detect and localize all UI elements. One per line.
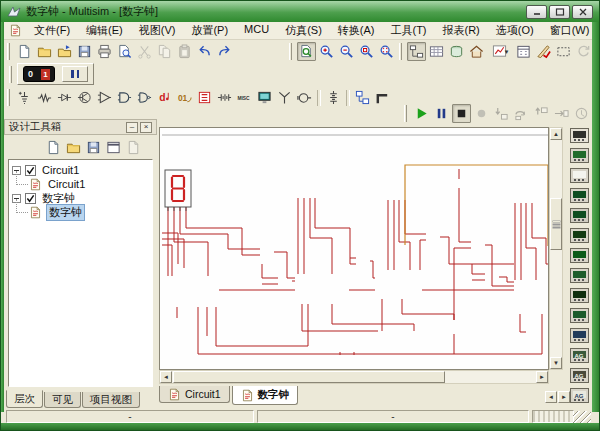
place-power-icon[interactable] xyxy=(215,88,234,107)
place-advanced-peripherals-icon[interactable] xyxy=(255,88,274,107)
step-into-icon[interactable] xyxy=(492,104,511,123)
zoom-full-page-icon[interactable] xyxy=(297,42,316,61)
function-generator-icon[interactable] xyxy=(570,148,589,163)
menu-item-tools[interactable]: 工具(T) xyxy=(382,22,434,39)
sheet-tab-数字钟[interactable]: 数字钟 xyxy=(232,386,299,405)
scroll-right-button[interactable]: ► xyxy=(536,371,548,383)
step-over-icon[interactable] xyxy=(512,104,531,123)
grapher-icon[interactable]: ▾ xyxy=(487,42,513,61)
frequency-counter-icon[interactable] xyxy=(570,248,589,263)
spreadsheet-view-icon[interactable] xyxy=(427,42,446,61)
undo-icon[interactable] xyxy=(195,42,214,61)
open-sample-icon[interactable] xyxy=(55,42,74,61)
toolbar-handle[interactable] xyxy=(9,66,12,83)
panel-close-button[interactable]: × xyxy=(140,122,152,133)
postprocessor-icon[interactable] xyxy=(514,42,533,61)
record-simulation-icon[interactable] xyxy=(472,104,491,123)
menu-item-simulate[interactable]: 仿真(S) xyxy=(277,22,330,39)
place-analog-icon[interactable] xyxy=(95,88,114,107)
place-hierarchical-block-icon[interactable] xyxy=(353,88,372,107)
logic-converter-icon[interactable] xyxy=(570,308,589,323)
run-to-cursor-icon[interactable] xyxy=(552,104,571,123)
cut-icon[interactable] xyxy=(135,42,154,61)
place-electromechanical-icon[interactable] xyxy=(295,88,314,107)
toolbar-handle[interactable] xyxy=(399,43,402,60)
iv-analyzer-icon[interactable] xyxy=(570,328,589,343)
horizontal-scroll-thumb[interactable] xyxy=(173,371,445,383)
back-annotate-icon[interactable] xyxy=(574,42,593,61)
paste-icon[interactable] xyxy=(175,42,194,61)
oscilloscope-icon[interactable] xyxy=(570,188,589,203)
agilent-oscilloscope-icon[interactable]: AG xyxy=(570,368,589,383)
canvas-vertical-scrollbar[interactable]: ▲ ▼ xyxy=(549,127,563,370)
menu-item-edit[interactable]: 编辑(E) xyxy=(78,22,131,39)
menu-item-mcu[interactable]: MCU xyxy=(236,22,277,39)
tree-item-Circuit1[interactable]: Circuit1 xyxy=(9,177,152,191)
toolbar-handle[interactable] xyxy=(7,89,10,106)
toolbar-handle[interactable] xyxy=(7,43,10,60)
print-icon[interactable] xyxy=(95,42,114,61)
place-ttl-icon[interactable] xyxy=(115,88,134,107)
wattmeter-icon[interactable] xyxy=(570,168,589,183)
place-misc-icon[interactable]: MISC xyxy=(235,88,254,107)
vertical-scroll-thumb[interactable] xyxy=(550,198,562,250)
copy-icon[interactable] xyxy=(155,42,174,61)
scroll-up-button[interactable]: ▲ xyxy=(550,128,562,140)
zoom-area-icon[interactable] xyxy=(357,42,376,61)
run-simulation-icon[interactable] xyxy=(412,104,431,123)
new-sheet-icon[interactable] xyxy=(44,138,63,157)
save-design-icon[interactable] xyxy=(84,138,103,157)
new-file-icon[interactable] xyxy=(15,42,34,61)
open-file-icon[interactable] xyxy=(35,42,54,61)
run-toggle-switch[interactable]: 0 1 xyxy=(23,66,55,82)
step-out-icon[interactable] xyxy=(532,104,551,123)
place-mixed-icon[interactable]: 01 xyxy=(175,88,194,107)
place-basic-icon[interactable] xyxy=(35,88,54,107)
panel-tab-层次[interactable]: 层次 xyxy=(6,390,43,408)
new-window-icon[interactable] xyxy=(104,138,123,157)
pause-simulation-icon[interactable] xyxy=(432,104,451,123)
word-generator-icon[interactable] xyxy=(570,268,589,283)
zoom-in-icon[interactable] xyxy=(317,42,336,61)
place-source-icon[interactable] xyxy=(15,88,34,107)
toolbar-handle[interactable] xyxy=(404,105,407,122)
tab-scroll-left-button[interactable]: ◄ xyxy=(545,391,557,403)
place-indicator-icon[interactable] xyxy=(195,88,214,107)
place-transistor-icon[interactable] xyxy=(75,88,94,107)
design-toolbox-header[interactable]: 设计工具箱 – × xyxy=(4,119,157,135)
menu-item-file[interactable]: 文件(F) xyxy=(26,22,78,39)
menu-item-options[interactable]: 选项(O) xyxy=(488,22,542,39)
orange-wire[interactable] xyxy=(405,165,548,246)
multimeter-icon[interactable] xyxy=(570,128,589,143)
document-properties-icon[interactable] xyxy=(124,138,143,157)
redo-icon[interactable] xyxy=(215,42,234,61)
component-wizard-icon[interactable] xyxy=(467,42,486,61)
close-button[interactable] xyxy=(572,5,593,19)
menu-item-view[interactable]: 视图(V) xyxy=(131,22,184,39)
save-file-icon[interactable] xyxy=(75,42,94,61)
tree-item-Circuit1[interactable]: Circuit1 xyxy=(9,163,152,177)
schematic-canvas[interactable] xyxy=(159,127,549,370)
place-cmos-icon[interactable] xyxy=(135,88,154,107)
zoom-out-icon[interactable] xyxy=(337,42,356,61)
place-misc-digital-icon[interactable]: d xyxy=(155,88,174,107)
menu-item-transfer[interactable]: 转换(A) xyxy=(330,22,383,39)
measurement-probe-icon[interactable]: AG xyxy=(570,388,589,403)
place-diode-icon[interactable] xyxy=(55,88,74,107)
menu-item-place[interactable]: 放置(P) xyxy=(183,22,236,39)
agilent-function-generator-icon[interactable]: AG xyxy=(570,348,589,363)
toolbar-handle[interactable] xyxy=(289,43,292,60)
canvas-horizontal-scrollbar[interactable]: ◄ ► xyxy=(159,370,549,384)
minimize-button[interactable] xyxy=(526,5,547,19)
database-manager-icon[interactable] xyxy=(447,42,466,61)
logic-analyzer-icon[interactable] xyxy=(570,288,589,303)
scroll-left-button[interactable]: ◄ xyxy=(160,371,172,383)
tree-item-数字钟[interactable]: 数字钟 xyxy=(9,205,152,219)
print-preview-icon[interactable] xyxy=(115,42,134,61)
place-virtual-component-icon[interactable] xyxy=(324,88,343,107)
panel-minimize-button[interactable]: – xyxy=(126,122,138,133)
seven-segment-display-U17[interactable] xyxy=(165,170,191,211)
panel-tab-项目视图[interactable]: 项目视图 xyxy=(82,392,140,408)
capture-area-icon[interactable] xyxy=(554,42,573,61)
sheet-tab-Circuit1[interactable]: Circuit1 xyxy=(159,386,230,403)
